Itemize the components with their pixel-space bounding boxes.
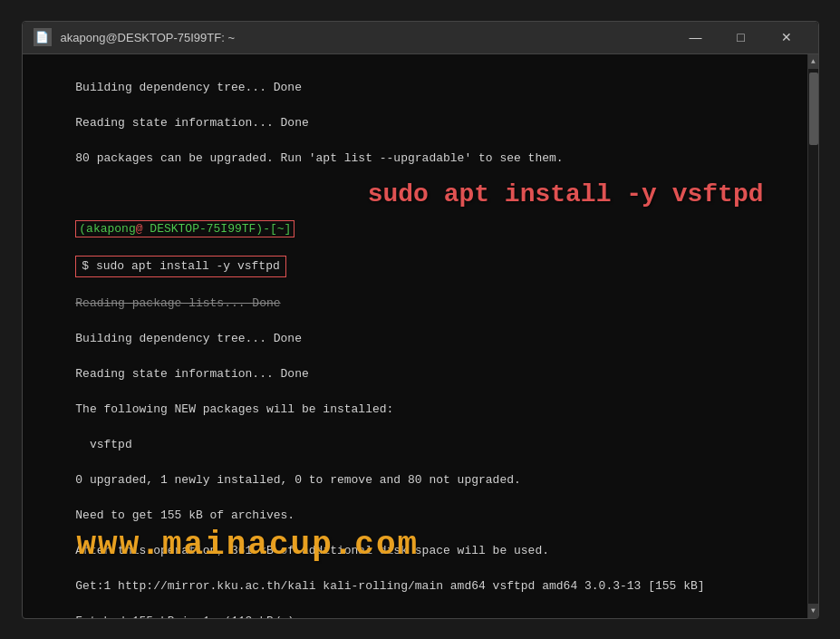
prompt-line-top: (akapong@ DESKTOP-75I99TF)-[~]: [75, 220, 294, 237]
line-dep-build: Building dependency tree... Done: [75, 332, 302, 345]
line-state-read: Reading state information... Done: [75, 367, 308, 381]
maximize-button[interactable]: □: [720, 21, 762, 53]
window-title: akapong@DESKTOP-75I99TF: ~: [61, 31, 675, 44]
line-vsftpd: vsftpd: [75, 438, 131, 451]
line-mirror: Get:1 http://mirror.kku.ac.th/kali kali-…: [75, 579, 704, 593]
window-icon: 📄: [34, 28, 52, 46]
scrollbar-arrow-up[interactable]: ▲: [808, 54, 818, 69]
line-1: Building dependency tree... Done: [75, 81, 302, 94]
terminal-window: 📄 akapong@DESKTOP-75I99TF: ~ — □ ✕ Build…: [22, 21, 819, 619]
line-disk: After this operation, 361 kB of addition…: [75, 544, 549, 557]
line-pkg-read: Reading package lists... Done: [75, 296, 280, 310]
prompt-bracket-box-top: (akapong@ DESKTOP-75I99TF)-[~]: [75, 220, 294, 237]
minimize-button[interactable]: —: [675, 21, 717, 53]
scrollbar-thumb[interactable]: [809, 73, 818, 145]
terminal-output[interactable]: Building dependency tree... Done Reading…: [23, 54, 807, 618]
titlebar: 📄 akapong@DESKTOP-75I99TF: ~ — □ ✕: [23, 22, 818, 54]
close-button[interactable]: ✕: [766, 21, 807, 53]
line-3: 80 packages can be upgraded. Run 'apt li…: [75, 151, 563, 165]
line-get: Need to get 155 kB of archives.: [75, 508, 294, 522]
line-upgraded: 0 upgraded, 1 newly installed, 0 to remo…: [75, 473, 520, 487]
scrollbar-arrow-down[interactable]: ▼: [808, 604, 818, 618]
window-controls: — □ ✕: [675, 21, 807, 53]
scrollbar[interactable]: ▲ ▼: [807, 54, 818, 618]
terminal-body: Building dependency tree... Done Reading…: [23, 54, 818, 618]
command-line-boxed: $ sudo apt install -y vsftpd: [75, 256, 285, 277]
line-new-pkg: The following NEW packages will be insta…: [75, 402, 393, 416]
line-fetched: Fetched 155 kB in 1s (113 kB/s): [75, 615, 294, 618]
line-2: Reading state information... Done: [75, 116, 308, 130]
